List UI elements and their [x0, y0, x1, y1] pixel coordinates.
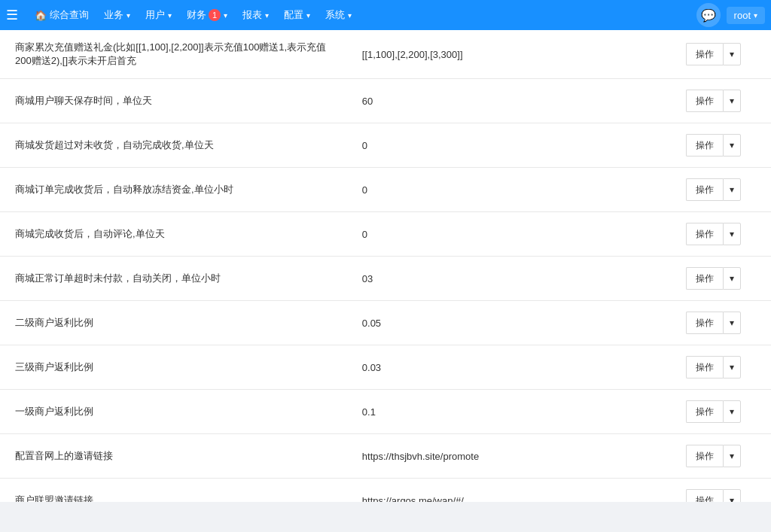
- action-dropdown-button[interactable]: ▾: [723, 356, 741, 378]
- setting-value: 0.05: [347, 301, 656, 345]
- action-dropdown-button[interactable]: ▾: [723, 90, 741, 112]
- setting-value: 0.03: [347, 345, 656, 390]
- setting-label: 一级商户返利比例: [0, 390, 347, 434]
- table-row: 商城用户聊天保存时间，单位天60操作▾: [0, 79, 771, 123]
- action-main-button[interactable]: 操作: [686, 356, 723, 378]
- action-dropdown-button[interactable]: ▾: [723, 400, 741, 423]
- action-main-button[interactable]: 操作: [686, 90, 723, 112]
- table-row: 商城发货超过对未收货，自动完成收货,单位天0操作▾: [0, 123, 771, 168]
- setting-action-cell: 操作▾: [655, 168, 771, 212]
- table-row: 一级商户返利比例0.1操作▾: [0, 390, 771, 434]
- action-dropdown-button[interactable]: ▾: [723, 178, 741, 201]
- setting-label: 商城用户聊天保存时间，单位天: [0, 79, 347, 123]
- nav-label-report: 报表: [242, 8, 262, 22]
- nav-label-home: 综合查询: [50, 8, 89, 22]
- chevron-down-icon: ▾: [224, 11, 227, 20]
- table-row: 配置音网上的邀请链接https://thsjbvh.site/promote操作…: [0, 434, 771, 479]
- action-main-button[interactable]: 操作: [686, 223, 723, 245]
- nav-item-user[interactable]: 用户 ▾: [138, 0, 179, 30]
- chevron-down-icon: ▾: [306, 11, 310, 20]
- action-main-button[interactable]: 操作: [686, 267, 723, 290]
- action-dropdown-button[interactable]: ▾: [723, 43, 741, 65]
- action-dropdown-button[interactable]: ▾: [723, 134, 741, 157]
- setting-value: 60: [347, 79, 656, 123]
- nav-label-finance: 财务: [187, 8, 206, 22]
- action-dropdown-button[interactable]: ▾: [723, 223, 741, 245]
- nav-item-business[interactable]: 业务 ▾: [96, 0, 138, 30]
- nav-item-config[interactable]: 配置 ▾: [276, 0, 318, 30]
- setting-label: 二级商户返利比例: [0, 301, 347, 345]
- setting-action-cell: 操作▾: [655, 479, 771, 503]
- chevron-down-icon: ▾: [126, 11, 130, 20]
- action-button-group: 操作▾: [686, 90, 741, 112]
- chevron-down-icon: ▾: [168, 11, 172, 20]
- setting-value: 0: [347, 123, 656, 168]
- setting-label: 配置音网上的邀请链接: [0, 434, 347, 479]
- chevron-down-icon: ▾: [265, 11, 269, 20]
- setting-action-cell: 操作▾: [655, 434, 771, 479]
- action-button-group: 操作▾: [686, 445, 741, 467]
- nav-label-business: 业务: [104, 8, 123, 22]
- setting-action-cell: 操作▾: [655, 301, 771, 345]
- setting-label: 商城完成收货后，自动评论,单位天: [0, 212, 347, 257]
- nav-item-system[interactable]: 系统 ▾: [318, 0, 359, 30]
- setting-label: 商城正常订单超时未付款，自动关闭，单位小时: [0, 257, 347, 301]
- chevron-down-icon: ▾: [348, 11, 352, 20]
- action-button-group: 操作▾: [686, 267, 741, 290]
- chevron-down-icon: ▾: [754, 11, 757, 20]
- action-main-button[interactable]: 操作: [686, 400, 723, 423]
- nav-label-config: 配置: [284, 8, 303, 22]
- main-content: 商家累次充值赠送礼金(比如[[1,100],[2,200]]表示充值100赠送1…: [0, 30, 771, 502]
- setting-action-cell: 操作▾: [655, 123, 771, 168]
- nav-label-user: 用户: [145, 8, 165, 22]
- setting-value: 0: [347, 212, 656, 257]
- menu-icon[interactable]: ☰: [6, 7, 18, 23]
- setting-label: 商户联盟邀请链接: [0, 479, 347, 503]
- table-row: 商户联盟邀请链接https://argos.me/wap/#/操作▾: [0, 479, 771, 503]
- action-main-button[interactable]: 操作: [686, 43, 723, 65]
- setting-value: 0: [347, 168, 656, 212]
- action-button-group: 操作▾: [686, 223, 741, 245]
- nav-item-finance[interactable]: 财务 1 ▾: [179, 0, 235, 30]
- table-row: 三级商户返利比例0.03操作▾: [0, 345, 771, 390]
- setting-action-cell: 操作▾: [655, 390, 771, 434]
- setting-action-cell: 操作▾: [655, 345, 771, 390]
- finance-badge: 1: [209, 9, 221, 21]
- chat-icon: 💬: [701, 8, 716, 23]
- action-dropdown-button[interactable]: ▾: [723, 489, 741, 502]
- setting-label: 三级商户返利比例: [0, 345, 347, 390]
- setting-action-cell: 操作▾: [655, 30, 771, 79]
- action-main-button[interactable]: 操作: [686, 445, 723, 467]
- action-button-group: 操作▾: [686, 134, 741, 157]
- action-main-button[interactable]: 操作: [686, 489, 723, 502]
- top-navigation: ☰ 🏠 综合查询 业务 ▾ 用户 ▾ 财务 1 ▾ 报表 ▾ 配置 ▾ 系统 ▾…: [0, 0, 771, 30]
- table-row: 商城正常订单超时未付款，自动关闭，单位小时03操作▾: [0, 257, 771, 301]
- setting-label: 商家累次充值赠送礼金(比如[[1,100],[2,200]]表示充值100赠送1…: [0, 30, 347, 79]
- nav-right-area: 💬 root ▾: [696, 3, 765, 27]
- chat-button[interactable]: 💬: [696, 3, 721, 27]
- setting-label: 商城订单完成收货后，自动释放冻结资金,单位小时: [0, 168, 347, 212]
- main-scroll-container: 商家累次充值赠送礼金(比如[[1,100],[2,200]]表示充值100赠送1…: [0, 0, 771, 502]
- action-main-button[interactable]: 操作: [686, 178, 723, 201]
- user-menu-button[interactable]: root ▾: [727, 7, 765, 24]
- action-dropdown-button[interactable]: ▾: [723, 445, 741, 467]
- table-row: 商城订单完成收货后，自动释放冻结资金,单位小时0操作▾: [0, 168, 771, 212]
- action-main-button[interactable]: 操作: [686, 134, 723, 157]
- action-button-group: 操作▾: [686, 43, 741, 65]
- settings-table: 商家累次充值赠送礼金(比如[[1,100],[2,200]]表示充值100赠送1…: [0, 30, 771, 502]
- action-dropdown-button[interactable]: ▾: [723, 312, 741, 334]
- user-label: root: [734, 10, 751, 21]
- setting-value: https://argos.me/wap/#/: [347, 479, 656, 503]
- action-main-button[interactable]: 操作: [686, 312, 723, 334]
- action-button-group: 操作▾: [686, 489, 741, 502]
- action-dropdown-button[interactable]: ▾: [723, 267, 741, 290]
- setting-value: https://thsjbvh.site/promote: [347, 434, 656, 479]
- setting-value: [[1,100],[2,200],[3,300]]: [347, 30, 656, 79]
- nav-item-home[interactable]: 🏠 综合查询: [27, 0, 96, 30]
- setting-label: 商城发货超过对未收货，自动完成收货,单位天: [0, 123, 347, 168]
- table-row: 二级商户返利比例0.05操作▾: [0, 301, 771, 345]
- nav-item-report[interactable]: 报表 ▾: [235, 0, 276, 30]
- nav-label-system: 系统: [325, 8, 345, 22]
- setting-value: 0.1: [347, 390, 656, 434]
- setting-value: 03: [347, 257, 656, 301]
